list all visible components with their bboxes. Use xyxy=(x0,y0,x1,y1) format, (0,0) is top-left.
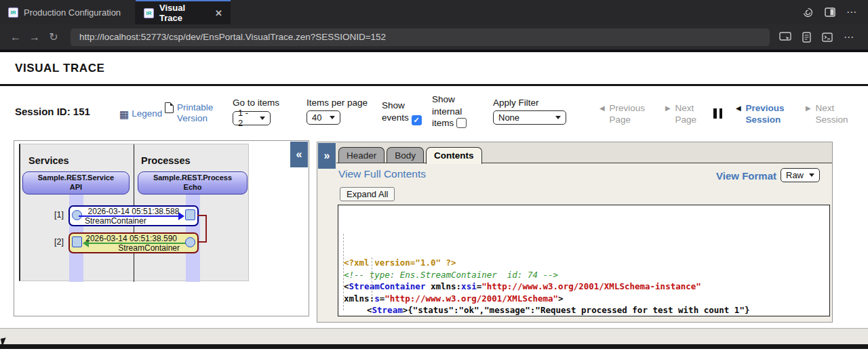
next-page-button[interactable]: ▶ NextPage xyxy=(665,103,696,126)
forward-icon[interactable]: → xyxy=(27,31,42,43)
indent-guide xyxy=(343,234,344,310)
page-title: VISUAL TRACE xyxy=(15,62,105,75)
response-connector-line xyxy=(197,215,207,243)
chevron-down-icon xyxy=(260,117,265,120)
apply-filter-select[interactable]: None xyxy=(493,110,566,125)
split-view-icon[interactable] xyxy=(825,7,835,17)
triangle-right-icon: ▶ xyxy=(806,104,811,112)
view-full-contents-link[interactable]: View Full Contents xyxy=(338,168,426,180)
status-footer xyxy=(0,328,868,344)
browser-nav-bar: ← → ↻ http://localhost:52773/csp/dev/Ens… xyxy=(0,24,868,49)
show-events-group: Show events ✓ xyxy=(382,100,422,125)
apply-filter-group: Apply Filter None xyxy=(493,98,566,125)
chevron-down-icon xyxy=(330,116,335,119)
assistant-swirl-icon[interactable] xyxy=(802,7,814,18)
triangle-left-icon: ◀ xyxy=(736,104,741,112)
printable-version-link[interactable]: PrintableVersion xyxy=(165,102,213,124)
trace-item-label: StreamContainer xyxy=(85,216,146,226)
expand-panel-button[interactable]: » xyxy=(318,143,336,169)
processes-column-header: Processes xyxy=(141,155,191,166)
tab-contents[interactable]: Contents xyxy=(426,147,482,164)
more-actions-icon[interactable]: ⋯ xyxy=(846,6,857,18)
back-icon[interactable]: ← xyxy=(8,31,23,43)
trace-item-index: [2] xyxy=(54,237,64,247)
triangle-right-icon: ▶ xyxy=(665,104,671,112)
session-id-label: Session ID: 151 xyxy=(15,106,90,117)
trace-item-index: [1] xyxy=(54,210,64,220)
terminal-icon[interactable] xyxy=(822,33,833,42)
main-content: Services Processes Sample.REST.ServiceAP… xyxy=(0,139,868,328)
legend-link[interactable]: ▦Legend xyxy=(119,108,162,121)
url-input[interactable]: http://localhost:52773/csp/dev/EnsPortal… xyxy=(71,28,770,46)
goto-items-group: Go to items 1 - 2 xyxy=(233,98,279,125)
chevron-down-icon xyxy=(555,116,561,119)
screencast-icon[interactable] xyxy=(779,32,791,42)
page-header: VISUAL TRACE xyxy=(0,52,868,86)
browser-tab-visual-trace[interactable]: IR Visual Trace ✕ xyxy=(136,0,231,24)
host-box-service[interactable]: Sample.REST.ServiceAPI xyxy=(22,171,130,194)
browser-tab-production-configuration[interactable]: IR Production Configuration xyxy=(0,0,136,24)
tab-header[interactable]: Header xyxy=(338,147,384,163)
host-box-process[interactable]: Sample.REST.ProcessEcho xyxy=(138,171,248,194)
next-session-button[interactable]: ▶ NextSession xyxy=(806,103,848,126)
trace-item-timestamp: 2026-03-14 05:51:38.588 xyxy=(70,207,197,216)
iris-favicon: IR xyxy=(8,7,18,18)
show-internal-checkbox[interactable] xyxy=(456,118,467,128)
document-icon xyxy=(165,102,174,113)
xml-content: <?xml version="1.0" ?><!-- type: Ens.Str… xyxy=(338,205,830,316)
window-bottom-edge xyxy=(0,344,868,349)
previous-session-button[interactable]: ◀ PreviousSession xyxy=(736,103,785,126)
items-per-page-select[interactable]: 40 xyxy=(307,110,340,125)
close-tab-icon[interactable]: ✕ xyxy=(215,8,222,18)
apply-filter-label: Apply Filter xyxy=(493,98,566,108)
notes-icon[interactable] xyxy=(802,32,811,43)
collapse-panel-button[interactable]: « xyxy=(290,142,308,167)
reload-icon[interactable]: ↻ xyxy=(46,30,61,43)
trace-item-request[interactable]: 2026-03-14 05:51:38.588 StreamContainer xyxy=(68,205,199,226)
items-per-page-label: Items per page xyxy=(307,98,368,108)
message-detail-panel: » Header Body Contents View Full Content… xyxy=(317,142,833,323)
previous-page-button[interactable]: ◀ PreviousPage xyxy=(599,103,645,126)
view-format-select[interactable]: Raw xyxy=(781,168,820,182)
more-tools-icon[interactable]: ⋯ xyxy=(844,31,854,43)
chevron-down-icon xyxy=(809,173,814,177)
trace-item-label: StreamContainer xyxy=(118,243,180,253)
indent-guide xyxy=(372,257,372,296)
items-per-page-group: Items per page 40 xyxy=(307,98,368,125)
tab-label: Visual Trace xyxy=(159,3,205,23)
iris-favicon: IR xyxy=(144,8,154,18)
goto-items-select[interactable]: 1 - 2 xyxy=(233,111,271,125)
trace-diagram-panel: Services Processes Sample.REST.ServiceAP… xyxy=(14,140,309,316)
services-column-header: Services xyxy=(28,155,69,166)
browser-tab-bar: IR Production Configuration IR Visual Tr… xyxy=(0,0,868,24)
triangle-left-icon: ◀ xyxy=(599,104,605,112)
trace-diagram-canvas: Services Processes Sample.REST.ServiceAP… xyxy=(19,144,249,281)
goto-items-label: Go to items xyxy=(233,98,279,108)
tab-body[interactable]: Body xyxy=(387,147,424,163)
trace-toolbar: Session ID: 151 ▦Legend PrintableVersion… xyxy=(0,86,868,139)
legend-icon: ▦ xyxy=(119,108,129,120)
pause-button[interactable] xyxy=(713,108,722,119)
tab-label: Production Configuration xyxy=(24,7,121,18)
expand-all-button[interactable]: Expand All xyxy=(340,187,395,201)
trace-item-timestamp: 2026-03-14 05:51:38.590 xyxy=(70,234,197,243)
trace-item-response[interactable]: 2026-03-14 05:51:38.590 StreamContainer xyxy=(68,232,199,253)
show-events-checkbox[interactable]: ✓ xyxy=(412,115,422,125)
detail-tab-strip: Header Body Contents xyxy=(336,142,832,163)
show-internal-group: Show internal items xyxy=(432,94,467,129)
view-format-label: View Format xyxy=(716,170,776,182)
tabbar-spacer xyxy=(231,0,802,24)
